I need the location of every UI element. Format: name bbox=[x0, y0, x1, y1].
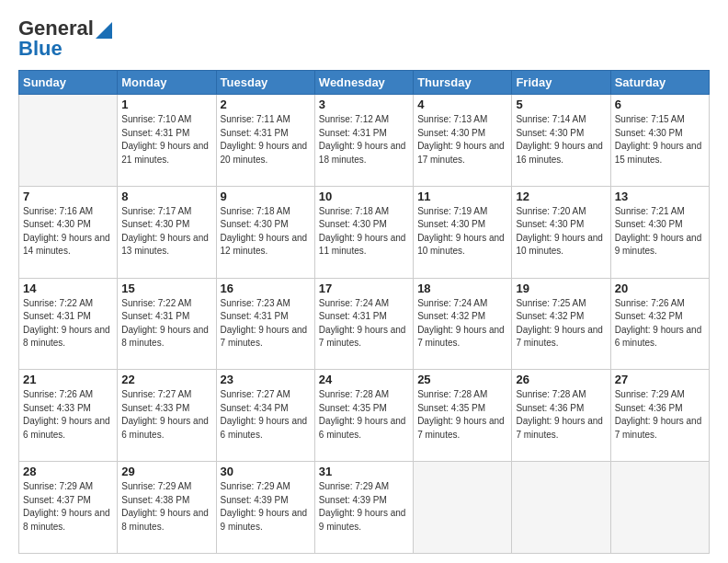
calendar-week-row: 28Sunrise: 7:29 AMSunset: 4:37 PMDayligh… bbox=[19, 462, 710, 554]
day-info: Sunrise: 7:14 AMSunset: 4:30 PMDaylight:… bbox=[516, 113, 606, 167]
calendar-header-sunday: Sunday bbox=[19, 71, 118, 95]
calendar-day-cell: 4Sunrise: 7:13 AMSunset: 4:30 PMDaylight… bbox=[414, 95, 512, 187]
day-info: Sunrise: 7:27 AMSunset: 4:34 PMDaylight:… bbox=[221, 388, 311, 442]
calendar-day-cell: 25Sunrise: 7:28 AMSunset: 4:35 PMDayligh… bbox=[414, 370, 512, 462]
day-info: Sunrise: 7:13 AMSunset: 4:30 PMDaylight:… bbox=[417, 113, 507, 167]
calendar-header-monday: Monday bbox=[118, 71, 216, 95]
calendar-header-wednesday: Wednesday bbox=[314, 71, 413, 95]
calendar-day-cell: 29Sunrise: 7:29 AMSunset: 4:38 PMDayligh… bbox=[118, 462, 216, 554]
day-number: 25 bbox=[417, 373, 507, 386]
calendar-day-cell: 28Sunrise: 7:29 AMSunset: 4:37 PMDayligh… bbox=[19, 462, 118, 554]
calendar-day-cell: 18Sunrise: 7:24 AMSunset: 4:32 PMDayligh… bbox=[414, 278, 512, 370]
calendar-day-cell bbox=[610, 462, 709, 554]
day-info: Sunrise: 7:21 AMSunset: 4:30 PMDaylight:… bbox=[615, 205, 705, 259]
day-number: 18 bbox=[417, 282, 507, 295]
calendar-day-cell: 9Sunrise: 7:18 AMSunset: 4:30 PMDaylight… bbox=[216, 186, 314, 278]
day-number: 3 bbox=[319, 98, 409, 111]
day-info: Sunrise: 7:16 AMSunset: 4:30 PMDaylight:… bbox=[23, 205, 113, 259]
calendar-day-cell: 31Sunrise: 7:29 AMSunset: 4:39 PMDayligh… bbox=[314, 462, 413, 554]
calendar-day-cell: 12Sunrise: 7:20 AMSunset: 4:30 PMDayligh… bbox=[512, 186, 610, 278]
day-number: 9 bbox=[221, 190, 311, 203]
calendar-header-saturday: Saturday bbox=[610, 71, 709, 95]
day-number: 6 bbox=[615, 98, 705, 111]
day-number: 2 bbox=[221, 98, 311, 111]
svg-marker-0 bbox=[96, 22, 112, 39]
calendar-day-cell: 8Sunrise: 7:17 AMSunset: 4:30 PMDaylight… bbox=[118, 186, 216, 278]
calendar-day-cell: 19Sunrise: 7:25 AMSunset: 4:32 PMDayligh… bbox=[512, 278, 610, 370]
calendar-day-cell: 13Sunrise: 7:21 AMSunset: 4:30 PMDayligh… bbox=[610, 186, 709, 278]
day-number: 12 bbox=[516, 190, 606, 203]
day-info: Sunrise: 7:29 AMSunset: 4:39 PMDaylight:… bbox=[221, 480, 311, 534]
day-info: Sunrise: 7:24 AMSunset: 4:32 PMDaylight:… bbox=[417, 297, 507, 350]
day-info: Sunrise: 7:18 AMSunset: 4:30 PMDaylight:… bbox=[319, 205, 409, 259]
logo-blue: Blue bbox=[18, 37, 63, 60]
calendar-header-thursday: Thursday bbox=[414, 71, 512, 95]
day-number: 14 bbox=[23, 282, 113, 295]
day-number: 20 bbox=[615, 282, 705, 295]
calendar-table: SundayMondayTuesdayWednesdayThursdayFrid… bbox=[18, 70, 710, 554]
day-info: Sunrise: 7:27 AMSunset: 4:33 PMDaylight:… bbox=[121, 388, 211, 442]
day-info: Sunrise: 7:28 AMSunset: 4:35 PMDaylight:… bbox=[417, 388, 507, 442]
calendar-header-friday: Friday bbox=[512, 71, 610, 95]
day-number: 26 bbox=[516, 373, 606, 386]
day-info: Sunrise: 7:29 AMSunset: 4:37 PMDaylight:… bbox=[23, 480, 113, 534]
calendar-day-cell: 22Sunrise: 7:27 AMSunset: 4:33 PMDayligh… bbox=[118, 370, 216, 462]
calendar-week-row: 14Sunrise: 7:22 AMSunset: 4:31 PMDayligh… bbox=[19, 278, 710, 370]
day-number: 21 bbox=[23, 373, 113, 386]
day-info: Sunrise: 7:28 AMSunset: 4:35 PMDaylight:… bbox=[319, 388, 409, 442]
calendar-day-cell bbox=[414, 462, 512, 554]
calendar-day-cell: 2Sunrise: 7:11 AMSunset: 4:31 PMDaylight… bbox=[216, 95, 314, 187]
day-number: 22 bbox=[121, 373, 211, 386]
calendar-week-row: 1Sunrise: 7:10 AMSunset: 4:31 PMDaylight… bbox=[19, 95, 710, 187]
calendar-day-cell: 14Sunrise: 7:22 AMSunset: 4:31 PMDayligh… bbox=[19, 278, 118, 370]
day-number: 11 bbox=[417, 190, 507, 203]
day-info: Sunrise: 7:24 AMSunset: 4:31 PMDaylight:… bbox=[319, 297, 409, 350]
day-number: 7 bbox=[23, 190, 113, 203]
day-info: Sunrise: 7:19 AMSunset: 4:30 PMDaylight:… bbox=[417, 205, 507, 259]
calendar-day-cell bbox=[512, 462, 610, 554]
header: General Blue bbox=[18, 17, 710, 61]
day-number: 1 bbox=[121, 98, 211, 111]
calendar-day-cell: 3Sunrise: 7:12 AMSunset: 4:31 PMDaylight… bbox=[314, 95, 413, 187]
day-number: 27 bbox=[615, 373, 705, 386]
day-number: 28 bbox=[23, 465, 113, 478]
day-info: Sunrise: 7:17 AMSunset: 4:30 PMDaylight:… bbox=[121, 205, 211, 259]
day-info: Sunrise: 7:28 AMSunset: 4:36 PMDaylight:… bbox=[516, 388, 606, 442]
day-number: 30 bbox=[221, 465, 311, 478]
calendar-week-row: 7Sunrise: 7:16 AMSunset: 4:30 PMDaylight… bbox=[19, 186, 710, 278]
day-info: Sunrise: 7:22 AMSunset: 4:31 PMDaylight:… bbox=[23, 297, 113, 350]
calendar-week-row: 21Sunrise: 7:26 AMSunset: 4:33 PMDayligh… bbox=[19, 370, 710, 462]
calendar-day-cell bbox=[19, 95, 118, 187]
day-number: 16 bbox=[221, 282, 311, 295]
logo-triangle-icon bbox=[96, 22, 112, 39]
day-info: Sunrise: 7:26 AMSunset: 4:32 PMDaylight:… bbox=[615, 297, 705, 350]
calendar-day-cell: 27Sunrise: 7:29 AMSunset: 4:36 PMDayligh… bbox=[610, 370, 709, 462]
day-info: Sunrise: 7:25 AMSunset: 4:32 PMDaylight:… bbox=[516, 297, 606, 350]
day-number: 24 bbox=[319, 373, 409, 386]
day-number: 29 bbox=[121, 465, 211, 478]
calendar-day-cell: 5Sunrise: 7:14 AMSunset: 4:30 PMDaylight… bbox=[512, 95, 610, 187]
day-number: 19 bbox=[516, 282, 606, 295]
calendar-day-cell: 1Sunrise: 7:10 AMSunset: 4:31 PMDaylight… bbox=[118, 95, 216, 187]
calendar-day-cell: 15Sunrise: 7:22 AMSunset: 4:31 PMDayligh… bbox=[118, 278, 216, 370]
day-info: Sunrise: 7:12 AMSunset: 4:31 PMDaylight:… bbox=[319, 113, 409, 167]
day-info: Sunrise: 7:22 AMSunset: 4:31 PMDaylight:… bbox=[121, 297, 211, 350]
calendar-day-cell: 20Sunrise: 7:26 AMSunset: 4:32 PMDayligh… bbox=[610, 278, 709, 370]
day-number: 5 bbox=[516, 98, 606, 111]
calendar-day-cell: 11Sunrise: 7:19 AMSunset: 4:30 PMDayligh… bbox=[414, 186, 512, 278]
calendar-day-cell: 16Sunrise: 7:23 AMSunset: 4:31 PMDayligh… bbox=[216, 278, 314, 370]
day-info: Sunrise: 7:15 AMSunset: 4:30 PMDaylight:… bbox=[615, 113, 705, 167]
day-number: 10 bbox=[319, 190, 409, 203]
page: General Blue SundayMondayTuesdayWednesda… bbox=[0, 0, 728, 563]
calendar-day-cell: 17Sunrise: 7:24 AMSunset: 4:31 PMDayligh… bbox=[314, 278, 413, 370]
day-info: Sunrise: 7:23 AMSunset: 4:31 PMDaylight:… bbox=[221, 297, 311, 350]
day-info: Sunrise: 7:10 AMSunset: 4:31 PMDaylight:… bbox=[121, 113, 211, 167]
logo: General Blue bbox=[18, 17, 112, 61]
calendar-header-tuesday: Tuesday bbox=[216, 71, 314, 95]
day-number: 15 bbox=[121, 282, 211, 295]
calendar-day-cell: 24Sunrise: 7:28 AMSunset: 4:35 PMDayligh… bbox=[314, 370, 413, 462]
calendar-day-cell: 10Sunrise: 7:18 AMSunset: 4:30 PMDayligh… bbox=[314, 186, 413, 278]
day-info: Sunrise: 7:11 AMSunset: 4:31 PMDaylight:… bbox=[221, 113, 311, 167]
day-number: 4 bbox=[417, 98, 507, 111]
calendar-day-cell: 21Sunrise: 7:26 AMSunset: 4:33 PMDayligh… bbox=[19, 370, 118, 462]
